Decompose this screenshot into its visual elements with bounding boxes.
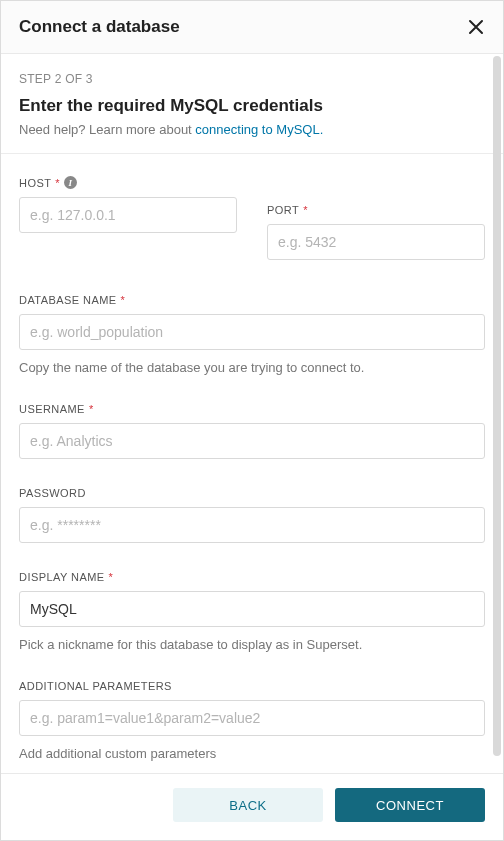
username-label-row: USERNAME * [19, 403, 485, 415]
scrollbar-thumb[interactable] [493, 56, 501, 756]
close-button[interactable] [467, 18, 485, 36]
host-required: * [55, 177, 60, 189]
back-button[interactable]: BACK [173, 788, 323, 822]
username-required: * [89, 403, 94, 415]
display-name-input[interactable] [19, 591, 485, 627]
divider [1, 153, 503, 154]
field-username: USERNAME * [19, 403, 485, 459]
port-label: PORT [267, 204, 299, 216]
password-label-row: PASSWORD [19, 487, 485, 499]
password-input[interactable] [19, 507, 485, 543]
params-hint: Add additional custom parameters [19, 746, 485, 761]
display-hint: Pick a nickname for this database to dis… [19, 637, 485, 652]
port-input[interactable] [267, 224, 485, 260]
help-text: Need help? Learn more about connecting t… [19, 122, 485, 137]
host-label: HOST [19, 177, 51, 189]
modal-footer: BACK CONNECT [1, 773, 503, 840]
field-additional-params: ADDITIONAL PARAMETERS Add additional cus… [19, 680, 485, 761]
host-label-row: HOST * i [19, 176, 237, 189]
password-label: PASSWORD [19, 487, 86, 499]
dbname-label: DATABASE NAME [19, 294, 117, 306]
connect-database-modal: Connect a database STEP 2 OF 3 Enter the… [0, 0, 504, 841]
params-label: ADDITIONAL PARAMETERS [19, 680, 172, 692]
page-subtitle: Enter the required MySQL credentials [19, 96, 485, 116]
field-display-name: DISPLAY NAME * Pick a nickname for this … [19, 571, 485, 652]
info-icon[interactable]: i [64, 176, 77, 189]
display-required: * [109, 571, 114, 583]
help-link[interactable]: connecting to MySQL. [195, 122, 323, 137]
dbname-hint: Copy the name of the database you are tr… [19, 360, 485, 375]
step-label: STEP 2 OF 3 [19, 72, 485, 86]
display-label-row: DISPLAY NAME * [19, 571, 485, 583]
params-input[interactable] [19, 700, 485, 736]
dbname-input[interactable] [19, 314, 485, 350]
dbname-label-row: DATABASE NAME * [19, 294, 485, 306]
field-port: PORT * [267, 204, 485, 260]
close-icon [467, 24, 485, 39]
dbname-required: * [121, 294, 126, 306]
modal-title: Connect a database [19, 17, 180, 37]
params-label-row: ADDITIONAL PARAMETERS [19, 680, 485, 692]
modal-body: STEP 2 OF 3 Enter the required MySQL cre… [1, 54, 503, 773]
field-dbname: DATABASE NAME * Copy the name of the dat… [19, 294, 485, 375]
field-password: PASSWORD [19, 487, 485, 543]
port-label-row: PORT * [267, 204, 485, 216]
username-input[interactable] [19, 423, 485, 459]
port-required: * [303, 204, 308, 216]
help-prefix: Need help? Learn more about [19, 122, 195, 137]
modal-header: Connect a database [1, 1, 503, 54]
display-label: DISPLAY NAME [19, 571, 105, 583]
field-host: HOST * i [19, 176, 237, 260]
connect-button[interactable]: CONNECT [335, 788, 485, 822]
host-input[interactable] [19, 197, 237, 233]
username-label: USERNAME [19, 403, 85, 415]
